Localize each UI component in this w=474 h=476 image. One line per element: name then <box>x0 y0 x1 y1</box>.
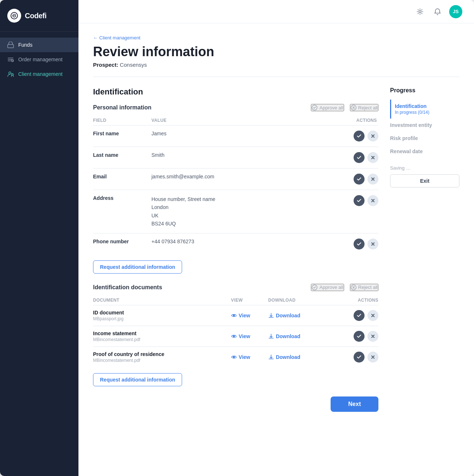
prospect-value: Consensys <box>120 62 147 68</box>
reject-button[interactable] <box>367 352 378 363</box>
doc-name: Proof of country of residence <box>93 351 231 357</box>
svg-rect-2 <box>8 44 14 48</box>
reject-button[interactable] <box>367 195 378 206</box>
table-row: Phone number +44 07934 876273 <box>93 233 378 255</box>
exit-button[interactable]: Exit <box>390 174 459 187</box>
breadcrumb[interactable]: ← Client management <box>93 35 459 40</box>
svg-point-11 <box>233 314 235 316</box>
approve-button[interactable] <box>354 152 365 163</box>
user-avatar[interactable]: JS <box>449 5 462 18</box>
notification-icon[interactable] <box>432 6 443 18</box>
sidebar-nav: Funds Order management Client management <box>0 32 78 476</box>
sidebar-item-client-management[interactable]: Client management <box>0 67 78 81</box>
page-title: Review information <box>93 44 459 59</box>
request-info-button-docs[interactable]: Request additional information <box>93 373 182 386</box>
next-button[interactable]: Next <box>331 396 378 412</box>
download-link[interactable]: Download <box>268 333 330 339</box>
personal-info-title: Personal information <box>93 104 151 111</box>
sidebar-item-label: Client management <box>18 71 62 77</box>
personal-info-reject-all[interactable]: Reject all <box>350 104 378 111</box>
logo: Codefi <box>0 0 78 32</box>
view-link[interactable]: View <box>231 333 268 339</box>
request-info-button-personal[interactable]: Request additional information <box>93 260 182 274</box>
progress-item-renewal-date[interactable]: Renewal date <box>390 145 459 158</box>
reject-button[interactable] <box>367 131 378 142</box>
download-link[interactable]: Download <box>268 313 330 318</box>
main-layout: Identification Personal information Appr… <box>93 87 459 412</box>
doc-name: Income statement <box>93 330 231 336</box>
table-row: Address House number, Street nameLondonU… <box>93 190 378 233</box>
id-docs-title: Identification documents <box>93 284 162 291</box>
approve-button[interactable] <box>354 239 365 249</box>
table-row: ID documentMBpassport.jpg View Download <box>93 305 378 326</box>
approve-button[interactable] <box>354 331 365 342</box>
approve-button[interactable] <box>354 174 365 185</box>
id-docs-approve-reject: Approve all Reject all <box>311 284 378 291</box>
progress-title: Progress <box>390 87 459 94</box>
logo-icon <box>7 9 21 23</box>
table-row: Proof of country of residenceMBincomesta… <box>93 347 378 367</box>
reject-button[interactable] <box>367 310 378 321</box>
id-docs-reject-all[interactable]: Reject all <box>350 284 378 291</box>
col-document: Document <box>93 295 231 305</box>
content-col: Identification Personal information Appr… <box>93 87 378 412</box>
progress-item-risk-profile[interactable]: Risk profile <box>390 132 459 145</box>
reject-button[interactable] <box>367 331 378 342</box>
next-btn-row: Next <box>93 396 378 412</box>
reject-button[interactable] <box>367 239 378 249</box>
svg-point-13 <box>233 356 235 358</box>
logo-text: Codefi <box>25 12 46 20</box>
progress-item-identification[interactable]: Identification In progress (0/14) <box>390 100 459 119</box>
personal-info-header: Personal information Approve all Reject … <box>93 104 378 111</box>
progress-panel: Progress Identification In progress (0/1… <box>390 87 459 412</box>
reject-button[interactable] <box>367 174 378 185</box>
approve-button[interactable] <box>354 310 365 321</box>
identification-section-title: Identification <box>93 87 378 97</box>
sidebar-item-order-management[interactable]: Order management <box>0 52 78 67</box>
id-docs-table: Document View Download Actions ID docume… <box>93 295 378 367</box>
personal-info-table: Field Value Actions First name James <box>93 116 378 255</box>
settings-icon[interactable] <box>414 6 426 18</box>
col-download: Download <box>268 295 330 305</box>
svg-point-6 <box>419 11 421 13</box>
id-documents-subsection: Identification documents Approve all Rej… <box>93 284 378 386</box>
sidebar-item-funds[interactable]: Funds <box>0 38 78 52</box>
col-actions: Actions <box>315 116 378 125</box>
table-row: First name James <box>93 125 378 147</box>
breadcrumb-label: Client management <box>99 35 140 40</box>
doc-name: ID document <box>93 310 231 316</box>
topbar: JS <box>78 0 474 23</box>
prospect-label: Prospect: <box>93 62 118 68</box>
col-field: Field <box>93 116 151 125</box>
reject-button[interactable] <box>367 152 378 163</box>
progress-item-investment-entity[interactable]: Investment entity <box>390 119 459 132</box>
breadcrumb-arrow: ← <box>93 35 98 40</box>
saving-text: Saving … <box>390 165 459 171</box>
svg-point-4 <box>9 72 11 74</box>
approve-button[interactable] <box>354 195 365 206</box>
table-row: Last name Smith <box>93 147 378 169</box>
view-link[interactable]: View <box>231 313 268 318</box>
content-area: ← Client management Review information P… <box>78 23 474 476</box>
personal-info-approve-all[interactable]: Approve all <box>311 104 344 111</box>
address-value: House number, Street nameLondonUKBS24 6U… <box>151 195 315 228</box>
sidebar: Codefi Funds Order management <box>0 0 78 476</box>
personal-info-subsection: Personal information Approve all Reject … <box>93 104 378 274</box>
col-value: Value <box>151 116 315 125</box>
svg-point-12 <box>233 335 235 337</box>
id-docs-header: Identification documents Approve all Rej… <box>93 284 378 291</box>
main-content: JS ← Client management Review informatio… <box>78 0 474 476</box>
personal-info-approve-reject: Approve all Reject all <box>311 104 378 111</box>
header-divider <box>93 77 459 77</box>
doc-filename: MBincomestatement.pdf <box>93 337 231 342</box>
approve-button[interactable] <box>354 352 365 363</box>
prospect-line: Prospect: Consensys <box>93 62 459 68</box>
sidebar-item-label: Funds <box>18 42 32 48</box>
view-link[interactable]: View <box>231 354 268 360</box>
table-row: Email james.smith@example.com <box>93 169 378 190</box>
download-link[interactable]: Download <box>268 354 330 360</box>
id-docs-approve-all[interactable]: Approve all <box>311 284 344 291</box>
doc-filename: MBpassport.jpg <box>93 316 231 321</box>
col-view: View <box>231 295 268 305</box>
approve-button[interactable] <box>354 131 365 142</box>
